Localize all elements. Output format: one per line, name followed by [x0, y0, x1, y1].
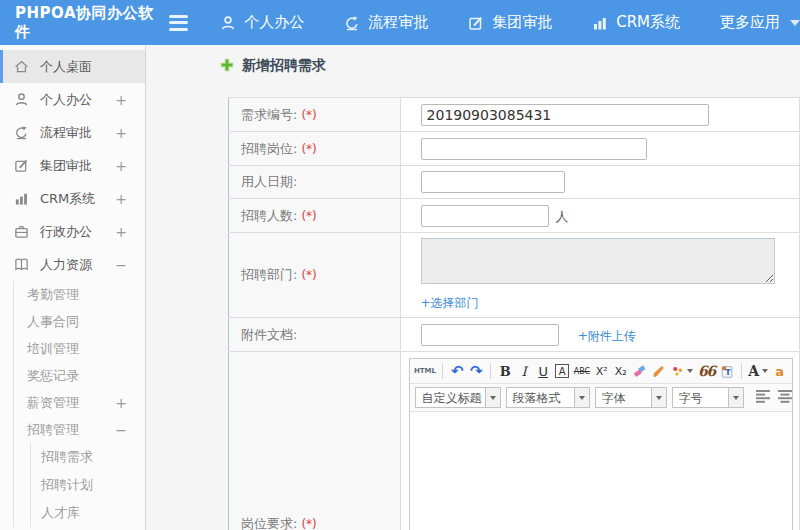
main-content: 新增招聘需求 需求编号:(*) 招聘岗位:(*) [147, 45, 800, 530]
topnav-label: 个人办公 [244, 13, 304, 32]
headcount-input[interactable] [421, 205, 549, 227]
expand-icon[interactable]: + [115, 158, 127, 174]
alignment-buttons [755, 388, 792, 407]
collapse-icon[interactable]: − [115, 422, 127, 438]
sidebar-item-talent-pool[interactable]: 人才库 [31, 499, 145, 527]
expand-icon[interactable]: + [115, 224, 127, 240]
sidebar-item-group-approval[interactable]: 集团审批 + [0, 149, 145, 182]
sidebar-item-label: 招聘需求 [41, 448, 93, 466]
attachment-input[interactable] [421, 324, 559, 346]
add-icon [220, 58, 234, 75]
superscript-button[interactable]: X² [595, 361, 609, 381]
blockquote-button[interactable]: 66 [698, 361, 714, 381]
expand-icon[interactable]: + [115, 395, 127, 411]
sidebar-item-crm-system[interactable]: CRM系统 + [0, 182, 145, 215]
sidebar-item-workflow-approval[interactable]: 流程审批 + [0, 116, 145, 149]
undo-icon[interactable]: ↶ [450, 361, 464, 381]
sidebar-item-training[interactable]: 培训管理 [14, 335, 145, 362]
dropdown-value: 字号 [672, 387, 729, 408]
sidebar-item-admin-office[interactable]: 行政办公 + [0, 215, 145, 248]
editor-toolbar-row2: 自定义标题 段落格式 字体 [410, 384, 792, 412]
select-department-link[interactable]: +选择部门 [421, 296, 479, 310]
toolbar-separator [490, 363, 491, 379]
top-navigation: 个人办公 流程审批 集团审批 CRM系统 更多应用 [220, 13, 800, 32]
hire-date-input[interactable] [421, 171, 565, 193]
bold-button[interactable]: B [498, 361, 512, 381]
required-mark: (*) [301, 209, 316, 223]
sidebar-item-recruitment[interactable]: 招聘管理 − [14, 416, 145, 443]
field-label: 附件文档: [241, 327, 297, 342]
expand-icon[interactable]: + [115, 125, 127, 141]
color-palette-icon[interactable] [671, 361, 694, 381]
custom-title-dropdown[interactable]: 自定义标题 [415, 387, 501, 408]
sidebar-item-attendance[interactable]: 考勤管理 [14, 281, 145, 308]
sidebar: 个人桌面 个人办公 + 流程审批 + 集团审批 + [0, 45, 146, 530]
required-mark: (*) [301, 517, 316, 530]
topnav-more-apps[interactable]: 更多应用 [720, 13, 800, 32]
paragraph-format-dropdown[interactable]: 段落格式 [506, 387, 590, 408]
format-brush-icon[interactable] [652, 361, 666, 381]
expand-icon[interactable]: + [115, 191, 127, 207]
field-label-cell: 用人日期: [229, 166, 401, 199]
field-value-cell: 人 [400, 199, 799, 233]
sidebar-item-label: 薪资管理 [27, 394, 79, 412]
topnav-crm-system[interactable]: CRM系统 [592, 13, 680, 32]
sidebar-item-recruit-plan[interactable]: 招聘计划 [31, 471, 145, 499]
font-style-button[interactable]: A [555, 364, 569, 378]
font-color-button[interactable]: A [749, 361, 768, 381]
sidebar-item-personal-desktop[interactable]: 个人桌面 [0, 50, 145, 83]
chevron-down-icon [729, 387, 744, 408]
italic-button[interactable]: I [517, 361, 531, 381]
sidebar-item-hr-contract[interactable]: 人事合同 [14, 308, 145, 335]
demand-number-input[interactable] [421, 104, 709, 126]
dropdown-value: 自定义标题 [415, 387, 486, 408]
eraser-icon[interactable] [633, 361, 647, 381]
sidebar-item-recruit-demand[interactable]: 招聘需求 [31, 443, 145, 471]
background-color-button[interactable]: a [773, 361, 787, 381]
dropdown-value: 字体 [595, 387, 652, 408]
paste-icon[interactable]: T [720, 361, 734, 381]
rich-text-editor: HTML ↶ ↷ B I U A ABC X² X₂ [409, 358, 793, 530]
field-label-cell: 岗位要求:(*) [229, 352, 401, 530]
sidebar-item-label: 个人桌面 [40, 58, 92, 76]
sidebar-item-label: 招聘管理 [27, 421, 79, 439]
underline-button[interactable]: U [536, 361, 550, 381]
html-source-button[interactable]: HTML [415, 361, 436, 381]
upload-attachment-link[interactable]: +附件上传 [578, 329, 636, 343]
table-row: 岗位要求:(*) HTML ↶ ↷ B I U [229, 352, 800, 530]
collapse-icon[interactable]: − [115, 257, 127, 273]
headcount-unit: 人 [556, 209, 569, 224]
sidebar-item-personal-office[interactable]: 个人办公 + [0, 83, 145, 116]
sidebar-item-salary[interactable]: 薪资管理 + [14, 389, 145, 416]
hr-submenu: 考勤管理 人事合同 培训管理 奖惩记录 薪资管理 + 招聘管理 − 招聘需求 [13, 281, 145, 527]
expand-icon[interactable]: + [115, 92, 127, 108]
required-mark: (*) [301, 142, 316, 156]
topnav-group-approval[interactable]: 集团审批 [468, 13, 552, 32]
field-label: 招聘部门: [241, 267, 297, 282]
menu-icon[interactable] [169, 15, 189, 31]
align-left-icon[interactable] [755, 388, 771, 407]
font-family-dropdown[interactable]: 字体 [595, 387, 667, 408]
field-label-cell: 招聘岗位:(*) [229, 132, 401, 166]
home-icon [14, 59, 31, 74]
field-value-cell [400, 132, 799, 166]
position-input[interactable] [421, 138, 647, 160]
sidebar-item-rewards[interactable]: 奖惩记录 [14, 362, 145, 389]
redo-icon[interactable]: ↷ [469, 361, 483, 381]
subscript-button[interactable]: X₂ [614, 361, 628, 381]
table-row: 招聘人数:(*) 人 [229, 199, 800, 233]
strikethrough-button[interactable]: ABC [574, 361, 589, 381]
page-title-text: 新增招聘需求 [242, 57, 326, 75]
field-label-cell: 需求编号:(*) [229, 98, 401, 132]
topnav-personal-office[interactable]: 个人办公 [220, 13, 304, 32]
chevron-down-icon [687, 369, 693, 373]
department-textarea[interactable] [421, 238, 775, 284]
sidebar-item-label: 行政办公 [40, 223, 92, 241]
sidebar-item-human-resources[interactable]: 人力资源 − [0, 248, 145, 281]
sidebar-item-label: 集团审批 [40, 157, 92, 175]
field-label-cell: 招聘人数:(*) [229, 199, 401, 233]
align-center-icon[interactable] [777, 388, 792, 407]
font-size-dropdown[interactable]: 字号 [672, 387, 744, 408]
editor-content[interactable] [410, 412, 792, 530]
topnav-workflow-approval[interactable]: 流程审批 [344, 13, 428, 32]
